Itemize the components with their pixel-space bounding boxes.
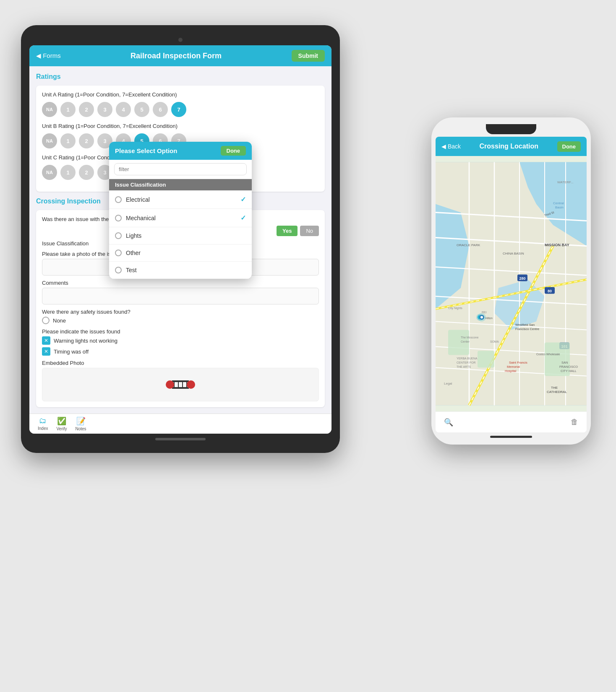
submit-button[interactable]: Submit [292,50,325,62]
svg-point-66 [480,316,483,319]
unit-b-na-btn[interactable]: NA [42,133,57,148]
svg-text:Central: Central [553,201,564,205]
svg-text:CITY HALL: CITY HALL [561,369,577,373]
unit-a-btn-2[interactable]: 2 [79,102,94,117]
phone-done-button[interactable]: Done [557,141,581,152]
dropdown-modal: Please Select Option Done Issue Classifi… [109,142,252,279]
dropdown-filter-input[interactable] [114,163,247,175]
timing-checkbox[interactable]: ✕ [42,347,50,356]
svg-text:CENTER FOR: CENTER FOR [457,361,476,364]
toolbar-index-label: Index [38,426,48,431]
unit-b-label: Unit B Rating (1=Poor Condition, 7=Excel… [42,123,319,129]
dropdown-done-button[interactable]: Done [221,146,246,156]
unit-c-btn-1[interactable]: 1 [60,165,76,180]
unit-c-btn-2[interactable]: 2 [79,165,94,180]
warning-lights-checkbox[interactable]: ✕ [42,336,50,345]
no-button[interactable]: No [300,226,319,236]
svg-text:Saint Francis: Saint Francis [509,361,527,364]
lights-label: Lights [126,232,141,239]
map-container[interactable]: 280 80 101 ORACLE PARK CHINA BASIN MISSI… [436,156,587,411]
svg-text:THE: THE [551,386,558,390]
mechanical-check: ✓ [240,214,246,222]
map-svg: 280 80 101 ORACLE PARK CHINA BASIN MISSI… [436,156,587,411]
svg-text:Costco Wholesale: Costco Wholesale [536,353,560,356]
mechanical-label: Mechanical [126,215,156,221]
dropdown-item-electrical[interactable]: Electrical ✓ [109,190,252,209]
notes-icon: 📝 [76,416,86,426]
unit-a-btn-5[interactable]: 5 [134,102,149,117]
yes-button[interactable]: Yes [277,226,298,236]
search-icon[interactable]: 🔍 [444,418,453,427]
svg-text:Hospital: Hospital [505,369,516,373]
phone-device: ◀ Back Crossing Location Done [431,117,591,445]
phone-bottom-bar: 🔍 🗑 [436,411,587,432]
lights-radio [115,232,122,239]
none-radio[interactable] [42,317,50,324]
toolbar-index[interactable]: 🗂 Index [38,416,48,431]
svg-point-6 [166,380,174,389]
svg-text:ORACLE PARK: ORACLE PARK [457,243,480,247]
unit-a-btn-7[interactable]: 7 [171,102,186,117]
unit-a-btn-6[interactable]: 6 [153,102,168,117]
tablet-device: ◀ Forms Railroad Inspection Form Submit … [21,25,340,453]
comments-input[interactable] [42,288,319,304]
app-title: Railroad Inspection Form [131,52,222,60]
dropdown-item-mechanical[interactable]: Mechanical ✓ [109,209,252,227]
svg-point-7 [187,380,195,389]
phone-header: ◀ Back Crossing Location Done [436,137,587,156]
timing-row: ✕ Timing was off [42,347,319,356]
dropdown-item-test[interactable]: Test [109,262,252,279]
timing-label: Timing was off [54,349,89,355]
phone-back-button[interactable]: ◀ Back [441,143,461,150]
back-button[interactable]: ◀ Forms [36,52,61,60]
tablet-screen: ◀ Forms Railroad Inspection Form Submit … [29,45,331,434]
dropdown-header: Please Select Option Done [109,142,252,160]
safety-issues-label: Were there any safety issues found? [42,309,319,315]
svg-text:THE ARTS: THE ARTS [457,365,471,368]
comments-label: Comments [42,280,319,286]
indicate-issues-label: Please indicate the issues found [42,328,319,335]
tablet-home-bar [155,438,206,440]
other-radio [115,250,122,256]
svg-text:SOMA: SOMA [490,340,499,343]
ratings-section-title: Ratings [36,73,325,81]
none-row: None [42,317,319,324]
embedded-section: Embedded Photo [42,360,319,401]
dropdown-body: Electrical ✓ Mechanical ✓ [109,190,252,279]
mechanical-radio [115,215,122,221]
embedded-photo-label: Embedded Photo [42,360,319,366]
dropdown-item-lights[interactable]: Lights [109,227,252,245]
unit-a-btn-3[interactable]: 3 [97,102,112,117]
unit-a-label: Unit A Rating (1=Poor Condition, 7=Excel… [42,91,319,98]
electrical-check: ✓ [240,195,246,203]
toolbar-verify[interactable]: ✅ Verify [56,416,67,431]
svg-text:YERBA BUENA: YERBA BUENA [457,357,478,360]
safety-issues-row: Were there any safety issues found? None [42,309,319,324]
unit-a-rating-row: NA 1 2 3 4 5 6 7 [42,102,319,117]
svg-text:Legal: Legal [444,382,452,385]
unit-a-btn-1[interactable]: 1 [60,102,76,117]
indicate-issues-row: Please indicate the issues found ✕ Warni… [42,328,319,356]
embedded-photo-area [42,368,319,401]
trash-icon[interactable]: 🗑 [571,418,578,427]
svg-text:Francisco Centre: Francisco Centre [515,327,539,331]
svg-text:Westfield San: Westfield San [515,323,535,327]
app-content: Ratings Unit A Rating (1=Poor Condition,… [29,66,331,414]
unit-a-na-btn[interactable]: NA [42,102,57,117]
unit-b-btn-2[interactable]: 2 [79,133,94,148]
svg-text:WATERF...: WATERF... [557,180,574,184]
dropdown-item-other[interactable]: Other [109,245,252,262]
warning-lights-label: Warning lights not working [54,338,117,344]
electrical-radio [115,196,122,203]
svg-text:The Moscone: The Moscone [461,336,479,339]
unit-c-na-btn[interactable]: NA [42,165,57,180]
railroad-diagram [138,372,222,397]
toolbar-notes-label: Notes [75,427,86,431]
none-label: None [53,317,66,324]
svg-text:280: 280 [519,276,525,281]
toolbar-notes[interactable]: 📝 Notes [75,416,86,431]
phone-screen: ◀ Back Crossing Location Done [436,137,587,432]
unit-a-btn-4[interactable]: 4 [116,102,131,117]
svg-rect-37 [478,351,494,368]
unit-b-btn-1[interactable]: 1 [60,133,76,148]
